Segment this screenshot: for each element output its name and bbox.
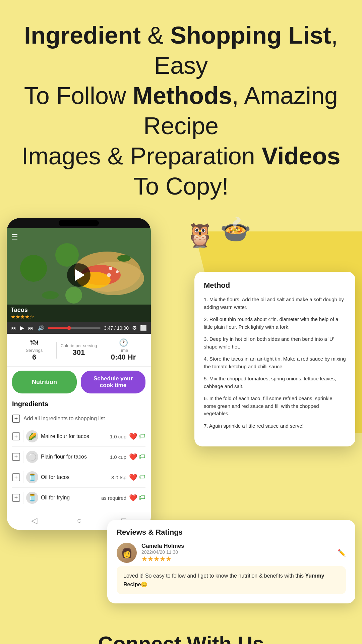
svg-point-4 [65, 287, 82, 304]
footer-title: Connect With Us & Join The Foodie Commun… [20, 630, 342, 644]
ingredient-row: + 🫙 Oil for frying as required ❤️ 🏷 [12, 488, 145, 508]
play-button[interactable] [67, 263, 90, 287]
ingredient-separator [23, 451, 23, 463]
ingredient-actions: ❤️ 🏷 [129, 494, 145, 502]
method-step-1: 1. Mix the flours. Add the oil and salt … [204, 296, 346, 311]
progress-fill [48, 327, 67, 329]
video-title-bar: Tacos ★★★★☆ [7, 305, 151, 322]
ingredient-name: Maize flour for tacos [41, 433, 100, 439]
action-buttons: Nutrition Schedule your cook time [7, 367, 151, 397]
svg-point-3 [55, 243, 79, 267]
reviewer-info: Gamela Holmes 2022/04/20 11:30 ★★★★★ [141, 543, 333, 563]
footer-section: Connect With Us & Join The Foodie Commun… [0, 610, 362, 644]
ingredient-name: Oil for tacos [41, 474, 100, 480]
method-step-3: 3. Deep fry in hot oil on both sides and… [204, 335, 346, 351]
time-info: 🕐 Time 0:40 Hr [101, 338, 145, 362]
play-pause-icon[interactable]: ▶ [20, 325, 24, 331]
ingredient-amount: 3.0 tsp [103, 475, 126, 480]
playback-controls: ⏮ ▶ ⏭ 🔊 [11, 325, 44, 331]
tag-icon[interactable]: 🏷 [139, 453, 145, 461]
ingredient-row: + 🫙 Oil for tacos 3.0 tsp ❤️ 🏷 [12, 467, 145, 488]
servings-value: 6 [32, 353, 36, 362]
ingredient-add-button[interactable]: + [12, 453, 20, 461]
progress-track[interactable] [48, 327, 101, 329]
edit-icon[interactable]: ✏️ [338, 549, 346, 557]
svg-point-9 [116, 270, 119, 273]
tag-icon[interactable]: 🏷 [139, 432, 145, 440]
progress-dot [67, 326, 71, 330]
owl-icon: 🦉 [185, 221, 215, 249]
favorite-icon[interactable]: ❤️ [129, 494, 137, 502]
svg-point-5 [20, 255, 47, 282]
ingredient-image: 🫙 [26, 492, 38, 504]
add-all-icon: + [12, 415, 20, 423]
method-step-6: 6. In the fold of each taco, fill some r… [204, 395, 346, 418]
favorite-icon[interactable]: ❤️ [129, 432, 137, 440]
ingredient-add-button[interactable]: + [12, 473, 20, 481]
play-icon [75, 269, 85, 281]
method-step-5: 5. Mix the chopped tomatoes, spring onio… [204, 375, 346, 390]
reviews-title: Reviews & Ratings [117, 528, 346, 537]
review-text: Loved it! So easy to follow and I get to… [117, 566, 346, 594]
ingredient-image: 🫙 [26, 471, 38, 483]
svg-point-12 [42, 291, 59, 299]
time-value: 0:40 Hr [111, 353, 136, 362]
home-nav-icon[interactable]: ○ [77, 516, 82, 525]
skip-back-icon[interactable]: ⏮ [11, 325, 16, 331]
ingredient-amount: 1.0 cup [103, 434, 126, 439]
fullscreen-icon[interactable]: ⬜ [140, 325, 147, 331]
ingredients-section: Ingredients + Add all ingredients to sho… [7, 397, 151, 511]
ingredient-actions: ❤️ 🏷 [129, 473, 145, 481]
add-all-text: Add all ingredients to shopping list [23, 416, 105, 422]
ingredient-image: ⚪ [26, 451, 38, 463]
time-label: Time [119, 348, 128, 353]
time-icon: 🕐 [119, 338, 128, 347]
main-area: 🦉 🍲 [0, 211, 362, 513]
cooking-pot-icon: 🍲 [220, 215, 251, 244]
svg-point-8 [109, 267, 112, 270]
ingredient-row: + 🌽 Maize flour for tacos 1.0 cup ❤️ 🏷 [12, 426, 145, 447]
ingredient-add-button[interactable]: + [12, 432, 20, 440]
settings-icon[interactable]: ⚙ [132, 325, 137, 331]
ingredient-add-button[interactable]: + [12, 494, 20, 502]
reviewer-stars: ★★★★★ [141, 555, 333, 563]
tag-icon[interactable]: 🏷 [139, 473, 145, 481]
method-step-4: 4. Store the tacos in an air-tight tin. … [204, 355, 346, 370]
calories-value: 301 [73, 348, 85, 357]
servings-icon: 🍽 [31, 338, 38, 347]
ingredient-amount: as required [101, 495, 126, 501]
volume-icon[interactable]: 🔊 [38, 325, 44, 331]
ingredient-separator [23, 492, 23, 504]
review-card: Reviews & Ratings 👩 Gamela Holmes 2022/0… [107, 520, 355, 603]
video-area: ☰ Tacos ★★★★☆ [7, 228, 151, 322]
ingredient-name: Plain flour for tacos [41, 454, 100, 460]
ingredients-title: Ingredients [12, 400, 145, 408]
tag-icon[interactable]: 🏷 [139, 494, 145, 502]
hamburger-menu-icon[interactable]: ☰ [11, 233, 18, 241]
phone-mockup: ☰ Tacos ★★★★☆ ⏮ ▶ ⏭ 🔊 3:47 / 10:00 ⚙ [7, 218, 151, 530]
ingredient-amount: 1.0 cup [103, 454, 126, 460]
reviewer-avatar: 👩 [117, 543, 137, 563]
add-all-row[interactable]: + Add all ingredients to shopping list [12, 411, 145, 426]
video-controls: ⏮ ▶ ⏭ 🔊 3:47 / 10:00 ⚙ ⬜ [7, 322, 151, 334]
schedule-button[interactable]: Schedule your cook time [81, 371, 145, 393]
servings-label: Servings [26, 348, 43, 353]
ingredient-separator [23, 430, 23, 442]
ingredient-actions: ❤️ 🏷 [129, 432, 145, 440]
favorite-icon[interactable]: ❤️ [129, 473, 137, 481]
reviewer-date: 2022/04/20 11:30 [141, 549, 333, 555]
phone-notch [7, 218, 151, 228]
ingredient-row: + ⚪ Plain flour for tacos 1.0 cup ❤️ 🏷 [12, 447, 145, 467]
method-step-7: 7. Again sprinkle a little red sauce and… [204, 422, 346, 430]
info-bar: 🍽 Servings 6 Calorie per serving 301 🕐 T… [7, 334, 151, 367]
calories-label: Calorie per serving [60, 343, 97, 348]
method-card: Method 1. Mix the flours. Add the oil an… [194, 272, 355, 446]
video-title: Tacos [11, 307, 147, 314]
method-step-2: 2. Roll out thin rounds about 4"in. diam… [204, 316, 346, 331]
back-nav-icon[interactable]: ◁ [31, 516, 37, 525]
method-title: Method [204, 281, 346, 290]
skip-forward-icon[interactable]: ⏭ [28, 325, 34, 331]
nutrition-button[interactable]: Nutrition [12, 371, 77, 393]
svg-point-10 [107, 273, 111, 277]
favorite-icon[interactable]: ❤️ [129, 453, 137, 461]
